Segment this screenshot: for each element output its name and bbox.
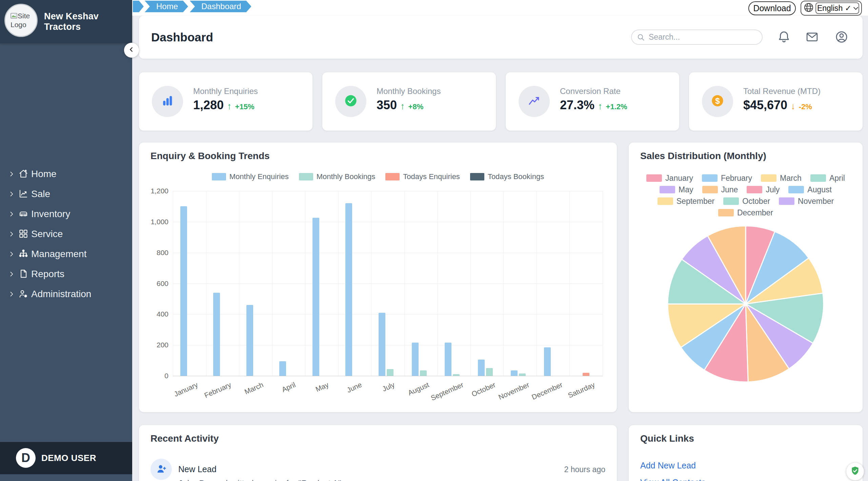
- quick-link-view-all-contacts[interactable]: View All Contacts: [640, 478, 706, 481]
- stat-delta: +1.2%: [606, 102, 627, 111]
- download-button[interactable]: Download: [748, 1, 796, 15]
- y-axis-tick: 200: [141, 341, 168, 349]
- sidebar-item-service[interactable]: Service: [0, 224, 132, 244]
- stat-card-4: $Total Revenue (MTD)$45,670↓-2%: [689, 72, 863, 131]
- legend-item-july[interactable]: July: [747, 185, 780, 194]
- chevron-right-icon: [8, 251, 15, 257]
- chevron-right-icon: [8, 291, 15, 297]
- legend-label: February: [721, 174, 752, 183]
- sidebar-item-home[interactable]: Home: [0, 164, 132, 184]
- breadcrumb-item-home[interactable]: Home: [145, 1, 188, 12]
- bar-monthly-enquiries-january: [180, 206, 187, 376]
- breadcrumb-start-arrow: [133, 1, 144, 12]
- x-axis-label: October: [470, 381, 497, 398]
- stat-value: 350: [377, 98, 397, 112]
- bar-monthly-bookings-july: [387, 369, 393, 376]
- y-axis-tick: 1,200: [141, 187, 168, 195]
- gridline: [404, 191, 405, 376]
- legend-swatch: [299, 173, 313, 180]
- legend-item-november[interactable]: November: [779, 197, 834, 206]
- search-input[interactable]: [649, 30, 757, 44]
- legend-label: December: [737, 208, 773, 217]
- quick-link-add-new-lead[interactable]: Add New Lead: [640, 461, 696, 470]
- legend-label: July: [766, 185, 780, 194]
- legend-item-2[interactable]: Todays Enquiries: [385, 172, 460, 181]
- legend-swatch: [658, 197, 673, 205]
- stat-label: Total Revenue (MTD): [743, 86, 821, 96]
- stat-icon-circle: [152, 86, 183, 117]
- sidebar-item-inventory[interactable]: Inventory: [0, 204, 132, 224]
- site-logo[interactable]: Site Logo: [4, 4, 38, 37]
- legend-item-3[interactable]: Todays Bookings: [470, 172, 544, 181]
- language-select[interactable]: English ✓: [801, 1, 862, 16]
- broken-image-icon: Site Logo: [11, 12, 32, 28]
- legend-item-march[interactable]: March: [761, 174, 802, 183]
- recent-activity-panel: Recent Activity New LeadJohn Doe submitt…: [139, 425, 617, 481]
- gridline: [569, 191, 570, 376]
- bar-monthly-enquiries-february: [213, 293, 220, 376]
- bar-monthly-enquiries-july: [379, 313, 385, 376]
- legend-label: August: [807, 185, 832, 194]
- sidebar-item-sale[interactable]: Sale: [0, 184, 132, 204]
- avatar[interactable]: D: [16, 448, 36, 468]
- legend-item-october[interactable]: October: [723, 197, 770, 206]
- pie-legend-row: SeptemberOctoberNovember: [629, 195, 863, 207]
- legend-item-may[interactable]: May: [660, 185, 693, 194]
- shield-badge[interactable]: [846, 463, 864, 480]
- user-name: DEMO USER: [41, 442, 96, 474]
- legend-item-1[interactable]: Monthly Bookings: [299, 172, 376, 181]
- x-axis-label: November: [497, 381, 530, 401]
- pie-chart-title: Sales Distribution (Monthly): [640, 151, 766, 161]
- gridline: [173, 191, 173, 376]
- chart-title: Enquiry & Booking Trends: [150, 151, 270, 161]
- legend-item-september[interactable]: September: [658, 197, 715, 206]
- sidebar-item-label: Reports: [31, 269, 64, 280]
- sidebar-nav: HomeSaleInventoryServiceManagementReport…: [0, 164, 132, 304]
- gridline: [173, 376, 603, 376]
- legend-item-december[interactable]: December: [718, 208, 773, 217]
- gridline: [437, 191, 438, 376]
- bar-chart-legend: Monthly EnquiriesMonthly BookingsTodays …: [139, 172, 617, 181]
- legend-swatch: [212, 173, 226, 180]
- stat-card-1: Monthly Enquiries1,280↑+15%: [139, 72, 312, 131]
- legend-label: June: [721, 185, 738, 194]
- sidebar-item-label: Home: [31, 169, 57, 179]
- sidebar-item-reports[interactable]: Reports: [0, 264, 132, 284]
- legend-item-february[interactable]: February: [702, 174, 752, 183]
- sidebar-collapse-button[interactable]: [124, 43, 139, 58]
- notifications-bell-icon[interactable]: [777, 30, 791, 44]
- trending-up-icon: [526, 93, 542, 110]
- service-icon: [18, 229, 29, 239]
- legend-label: April: [829, 174, 845, 183]
- legend-item-april[interactable]: April: [810, 174, 845, 183]
- sidebar-item-administration[interactable]: Administration: [0, 284, 132, 304]
- gridline: [338, 191, 339, 376]
- sidebar-item-management[interactable]: Management: [0, 244, 132, 264]
- mail-icon[interactable]: [805, 30, 819, 44]
- stat-delta: -2%: [799, 102, 812, 111]
- bar-monthly-bookings-september: [453, 374, 460, 376]
- profile-icon[interactable]: [834, 30, 849, 44]
- legend-swatch: [718, 209, 734, 216]
- y-axis-tick: 600: [141, 280, 168, 288]
- pie-legend-row: MayJuneJulyAugust: [629, 184, 863, 195]
- legend-label: November: [798, 197, 834, 206]
- stat-delta: +15%: [235, 102, 255, 111]
- stat-icon-circle: $: [702, 86, 733, 117]
- breadcrumb-item-dashboard[interactable]: Dashboard: [190, 1, 251, 12]
- sidebar-item-label: Administration: [31, 289, 91, 300]
- legend-item-0[interactable]: Monthly Enquiries: [212, 172, 289, 181]
- legend-item-august[interactable]: August: [788, 185, 832, 194]
- chevron-right-icon: [8, 231, 15, 237]
- stat-card-3: Conversion Rate27.3%↑+1.2%: [506, 72, 679, 131]
- gridline: [173, 345, 603, 345]
- stat-icon-circle: [519, 86, 550, 117]
- legend-item-january[interactable]: January: [646, 174, 693, 183]
- legend-swatch: [646, 174, 662, 182]
- legend-item-june[interactable]: June: [702, 185, 738, 194]
- legend-swatch: [702, 186, 718, 193]
- gridline: [239, 191, 239, 376]
- bar-monthly-enquiries-march: [246, 305, 253, 376]
- chevron-right-icon: [8, 191, 15, 197]
- sidebar-item-label: Inventory: [31, 209, 70, 219]
